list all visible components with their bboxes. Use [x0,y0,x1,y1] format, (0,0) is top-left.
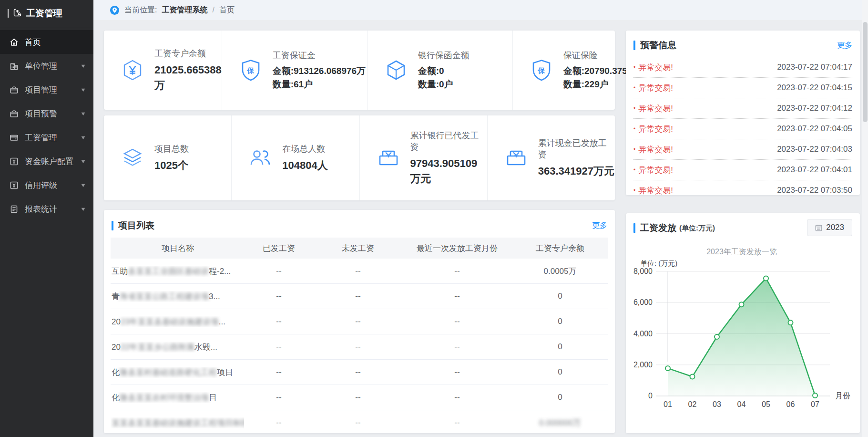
sidebar-item-salary-management[interactable]: 工资管理▼ [0,125,93,149]
table-row[interactable]: 化隆县某村基础道路硬化工程项目------0 [111,360,608,385]
stat-card: 银行保函金额金额:0数量:0户 [368,31,513,110]
column-header: 未发工资 [314,243,402,254]
paid-salary: -- [244,317,314,326]
page-scrollbar-track[interactable] [862,0,868,437]
paid-salary: -- [244,393,314,402]
stat-card-title: 在场总人数 [282,143,327,155]
alert-dot-icon: • [633,126,635,132]
paid-salary: -- [244,367,314,377]
shield-bao-icon: 保 [530,59,553,82]
chevron-down-icon: ▼ [80,63,86,69]
stat-card: 累计现金已发放工资363.341927万元 [488,115,615,200]
breadcrumb-separator: / [212,6,214,14]
chevron-down-icon: ▼ [80,135,86,140]
project-name: 化隆县某村基础道路硬化工程项目 [111,367,244,378]
chevron-down-icon: ▼ [80,87,86,93]
svg-text:6,000: 6,000 [633,298,653,306]
alert-dot-icon: • [633,105,635,111]
project-name: 互助县某某工业园区基础设程-2... [111,266,244,277]
project-name: 某某县某某基础设施建设工程项目标段 [111,417,244,428]
alert-item[interactable]: •异常交易!2023-07-22 07:03:50 [633,180,852,195]
alert-timestamp: 2023-07-22 07:04:15 [777,83,852,93]
sidebar-item-label: 单位管理 [25,61,57,72]
chevron-down-icon: ▼ [80,182,86,188]
home-icon [10,38,19,47]
alert-item[interactable]: •异常交易!2023-07-22 07:04:03 [633,139,852,160]
account-balance: 0 [512,291,608,301]
project-name: 2023年某某县基础设施建设项... [111,316,244,327]
stat-card-value: 97943.905109万元 [410,156,487,187]
alerts-panel-header: 预警信息 更多 [626,31,860,57]
column-header: 工资专户余额 [512,243,608,254]
account-balance: 0.0005万 [512,266,608,277]
projects-table: 项目名称已发工资未发工资最近一次发放工资月份工资专户余额 互助县某某工业园区基础… [111,238,608,433]
sidebar-item-label: 首页 [25,37,41,48]
alert-item[interactable]: •异常交易!2023-07-22 07:04:15 [633,78,852,98]
alert-message: •异常交易! [633,83,673,94]
chevron-down-icon: ▼ [80,206,86,212]
stat-cards-row-2: 项目总数1025个在场总人数104804人累计银行已代发工资97943.9051… [104,115,615,200]
alerts-more-link[interactable]: 更多 [837,41,852,51]
unpaid-salary: -- [314,291,402,301]
account-balance: 0 [512,367,608,377]
alert-message: •异常交易! [633,103,673,114]
paid-salary: -- [244,418,314,427]
stat-card-title: 累计银行已代发工资 [410,130,487,153]
table-row[interactable]: 青海省某某公路工程建设项3...------0 [111,284,608,309]
stat-card-title: 工资专户余额 [154,48,222,59]
year-picker[interactable]: 2023 [807,219,852,236]
alert-item[interactable]: •异常交易!2023-07-22 07:04:01 [633,160,852,180]
projects-table-header: 项目名称已发工资未发工资最近一次发放工资月份工资专户余额 [111,238,608,259]
projects-panel-title: 项目列表 [118,219,154,232]
stat-card-value: 数量:61户 [273,78,367,91]
column-header: 项目名称 [111,243,244,254]
stat-card-value: 21025.665388万 [154,62,222,93]
sidebar-item-unit-management[interactable]: 单位管理▼ [0,54,93,78]
chevron-down-icon: ▼ [80,158,86,164]
sidebar-item-home[interactable]: 首页 [0,30,93,54]
briefcase-icon [10,109,19,118]
building-icon [10,62,19,71]
alert-timestamp: 2023-07-22 07:04:05 [777,124,852,134]
projects-panel-header: 项目列表 更多 [104,210,615,238]
svg-text:4,000: 4,000 [633,330,653,338]
alert-dot-icon: • [633,85,635,91]
stat-card-value: 104804人 [282,158,327,173]
alert-dot-icon: • [633,64,635,70]
breadcrumb-root[interactable]: 工资管理系统 [162,5,207,15]
page-scrollbar-thumb[interactable] [863,22,868,122]
yuan-square-icon [10,181,19,190]
chart-panel-subtitle: (单位:万元) [679,224,715,233]
yuan-hexagon-icon [121,59,144,82]
alert-timestamp: 2023-07-22 07:03:50 [777,186,852,195]
sidebar-item-report-statistics[interactable]: 报表统计▼ [0,197,93,221]
column-header: 最近一次发放工资月份 [402,243,512,254]
table-row[interactable]: 互助县某某工业园区基础设程-2...------0.0005万 [111,259,608,284]
table-row[interactable]: 化隆县某某农村环境整治项目------0 [111,385,608,410]
cash-icon [505,146,528,169]
alert-item[interactable]: •异常交易!2023-07-22 07:04:17 [633,57,852,78]
svg-text:8,000: 8,000 [633,267,653,275]
stat-card: 在场总人数104804人 [232,115,359,200]
salary-logo-icon [13,8,22,19]
stat-card: 保工资保证金金额:913126.068976万数量:61户 [222,31,368,110]
sidebar-item-project-alert[interactable]: 项目预警▼ [0,102,93,125]
calendar-icon [815,224,822,231]
table-row[interactable]: 某某县某某基础设施建设工程项目标段------0.000000万 [111,410,608,433]
table-row[interactable]: 2022年某某乡公路附属水毁...------0 [111,334,608,360]
table-row[interactable]: 2023年某某县基础设施建设项...------0 [111,309,608,334]
paid-salary: -- [244,291,314,301]
sidebar-item-fund-account-config[interactable]: 资金账户配置▼ [0,149,93,173]
sidebar-item-credit-rating[interactable]: 信用评级▼ [0,173,93,197]
sidebar-item-project-management[interactable]: 项目管理▼ [0,78,93,102]
project-name: 2022年某某乡公路附属水毁... [111,342,244,353]
unpaid-salary: -- [314,317,402,326]
alert-item[interactable]: •异常交易!2023-07-22 07:04:12 [633,98,852,119]
alerts-panel-title: 预警信息 [640,39,676,52]
report-icon [10,205,19,214]
account-balance: 0 [512,393,608,402]
projects-more-link[interactable]: 更多 [592,221,607,231]
alert-item[interactable]: •异常交易!2023-07-22 07:04:05 [633,119,852,139]
stat-card-value: 金额:913126.068976万 [273,64,367,78]
stat-card-title: 项目总数 [154,143,189,155]
